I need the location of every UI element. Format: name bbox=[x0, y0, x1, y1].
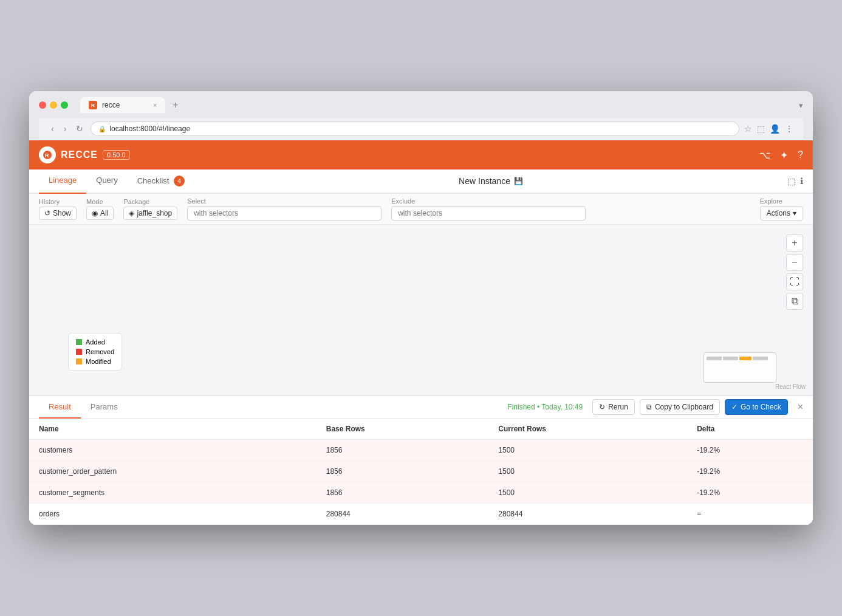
exclude-group: Exclude bbox=[391, 197, 586, 221]
row-cop-name: customer_order_pattern bbox=[29, 461, 317, 482]
forward-button[interactable]: › bbox=[61, 121, 69, 136]
mode-icon: ◉ bbox=[92, 209, 98, 217]
version-badge: 0.50.0 bbox=[103, 150, 130, 160]
recce-logo-icon: R bbox=[39, 146, 56, 163]
browser-chrome: R recce × + ▾ ‹ › ↻ 🔒 localhost:8000/#!/… bbox=[29, 91, 813, 140]
legend: Added Removed Modified bbox=[68, 333, 122, 371]
browser-tab-active[interactable]: R recce × bbox=[80, 97, 165, 113]
app-nav: Lineage Query Checklist 4 New Instance 💾… bbox=[29, 169, 813, 194]
mode-select[interactable]: ◉ All bbox=[86, 207, 114, 220]
app-container: R RECCE 0.50.0 ⌥ ✦ ? Lineage Query bbox=[29, 140, 813, 525]
mini-map-bar-2 bbox=[723, 357, 738, 360]
package-group: Package ◈ jaffle_shop bbox=[123, 198, 177, 220]
tab-title: recce bbox=[102, 101, 120, 109]
row-cs-name: customer_segments bbox=[29, 482, 317, 504]
instance-save-icon[interactable]: 💾 bbox=[514, 177, 523, 185]
rerun-button[interactable]: ↻ Rerun bbox=[592, 399, 635, 415]
tab-query[interactable]: Query bbox=[86, 169, 127, 194]
bookmark-icon[interactable]: ☆ bbox=[744, 124, 752, 134]
row-orders-name: orders bbox=[29, 504, 317, 525]
legend-removed-dot bbox=[76, 349, 82, 355]
nav-info-icon[interactable]: ℹ bbox=[800, 176, 803, 186]
traffic-light-minimize[interactable] bbox=[50, 101, 57, 109]
browser-tabs: R recce × + bbox=[80, 97, 793, 113]
results-tab-params[interactable]: Params bbox=[81, 396, 128, 419]
tab-checklist[interactable]: Checklist 4 bbox=[128, 169, 194, 194]
browser-menu-chevron[interactable]: ▾ bbox=[799, 101, 803, 110]
exclude-input[interactable] bbox=[391, 206, 586, 221]
table-row: customers 1856 1500 -19.2% bbox=[29, 440, 813, 461]
copy-canvas-button[interactable]: ⧉ bbox=[786, 293, 803, 310]
fit-view-button[interactable]: ⛶ bbox=[786, 273, 803, 290]
lineage-canvas[interactable]: ≡· □ stg_customers ◎ ≡· □ stg_orders ◎ bbox=[29, 225, 813, 395]
new-tab-button[interactable]: + bbox=[168, 97, 183, 113]
mode-group: Mode ◉ All bbox=[86, 198, 114, 220]
mini-map bbox=[703, 352, 776, 383]
help-icon[interactable]: ? bbox=[798, 149, 803, 161]
legend-modified-label: Modified bbox=[86, 358, 111, 365]
nav-right-icons: ⬚ ℹ bbox=[787, 176, 803, 186]
browser-toolbar-icons: ☆ ⬚ 👤 ⋮ bbox=[744, 124, 793, 134]
browser-menu-icon[interactable]: ⋮ bbox=[785, 124, 793, 134]
browser-toolbar: ‹ › ↻ 🔒 localhost:8000/#!/lineage ☆ ⬚ 👤 … bbox=[39, 118, 803, 140]
row-orders-current: 280844 bbox=[488, 504, 687, 525]
instance-title: New Instance 💾 bbox=[194, 176, 787, 186]
zoom-out-button[interactable]: − bbox=[786, 254, 803, 271]
results-tab-result[interactable]: Result bbox=[39, 396, 81, 419]
lock-icon: 🔒 bbox=[98, 126, 106, 132]
profile-icon[interactable]: 👤 bbox=[770, 124, 780, 134]
copy-to-clipboard-button[interactable]: ⧉ Copy to Clipboard bbox=[640, 399, 720, 415]
table-row: orders 280844 280844 = bbox=[29, 504, 813, 525]
history-icon: ↺ bbox=[44, 209, 50, 217]
go-to-check-button[interactable]: ✓ Go to Check bbox=[725, 399, 788, 415]
row-orders-base: 280844 bbox=[317, 504, 489, 525]
explore-label: Explore bbox=[760, 197, 803, 205]
tab-lineage[interactable]: Lineage bbox=[39, 169, 86, 194]
mini-map-bar-1 bbox=[707, 357, 722, 360]
github-icon[interactable]: ⌥ bbox=[759, 149, 770, 161]
checklist-badge: 4 bbox=[174, 176, 185, 187]
extensions-icon[interactable]: ⬚ bbox=[757, 124, 765, 134]
results-table: Name Base Rows Current Rows Delta custom… bbox=[29, 419, 813, 525]
results-tabs: Result Params bbox=[39, 396, 128, 418]
browser-window: R recce × + ▾ ‹ › ↻ 🔒 localhost:8000/#!/… bbox=[29, 91, 813, 525]
results-panel: Result Params Finished • Today, 10:49 ↻ … bbox=[29, 395, 813, 525]
row-cop-current: 1500 bbox=[488, 461, 687, 482]
results-close-button[interactable]: × bbox=[798, 402, 803, 412]
row-cop-base: 1856 bbox=[317, 461, 489, 482]
legend-removed-label: Removed bbox=[86, 348, 114, 355]
zoom-in-button[interactable]: + bbox=[786, 234, 803, 252]
legend-removed: Removed bbox=[76, 348, 114, 355]
history-select[interactable]: ↺ Show bbox=[39, 207, 77, 220]
check-icon: ✓ bbox=[731, 403, 738, 411]
select-input[interactable] bbox=[187, 206, 382, 221]
row-customers-base: 1856 bbox=[317, 440, 489, 461]
row-cs-base: 1856 bbox=[317, 482, 489, 504]
lineage-toolbar: History ↺ Show Mode ◉ All Package ◈ jaff… bbox=[29, 194, 813, 225]
address-bar[interactable]: 🔒 localhost:8000/#!/lineage bbox=[91, 121, 739, 136]
export-icon[interactable]: ⬚ bbox=[787, 176, 795, 186]
back-button[interactable]: ‹ bbox=[49, 121, 56, 136]
reload-button[interactable]: ↻ bbox=[74, 121, 86, 136]
legend-added: Added bbox=[76, 338, 114, 346]
tab-close-button[interactable]: × bbox=[153, 102, 157, 109]
slack-icon[interactable]: ✦ bbox=[780, 149, 788, 161]
mini-map-bar-3 bbox=[739, 357, 751, 360]
package-select[interactable]: ◈ jaffle_shop bbox=[123, 207, 177, 220]
row-customers-name: customers bbox=[29, 440, 317, 461]
traffic-light-maximize[interactable] bbox=[61, 101, 68, 109]
results-table-header-row: Name Base Rows Current Rows Delta bbox=[29, 419, 813, 440]
history-group: History ↺ Show bbox=[39, 198, 77, 220]
row-cs-delta: -19.2% bbox=[687, 482, 813, 504]
actions-button[interactable]: Actions ▾ bbox=[760, 206, 803, 221]
traffic-light-close[interactable] bbox=[39, 101, 46, 109]
package-icon: ◈ bbox=[129, 209, 134, 217]
url-text: localhost:8000/#!/lineage bbox=[109, 125, 190, 133]
table-row: customer_order_pattern 1856 1500 -19.2% bbox=[29, 461, 813, 482]
mode-label: Mode bbox=[86, 198, 114, 205]
copy-icon: ⧉ bbox=[646, 403, 652, 411]
select-label: Select bbox=[187, 197, 382, 205]
row-customers-current: 1500 bbox=[488, 440, 687, 461]
results-table-body: customers 1856 1500 -19.2% customer_orde… bbox=[29, 440, 813, 525]
row-orders-delta: = bbox=[687, 504, 813, 525]
